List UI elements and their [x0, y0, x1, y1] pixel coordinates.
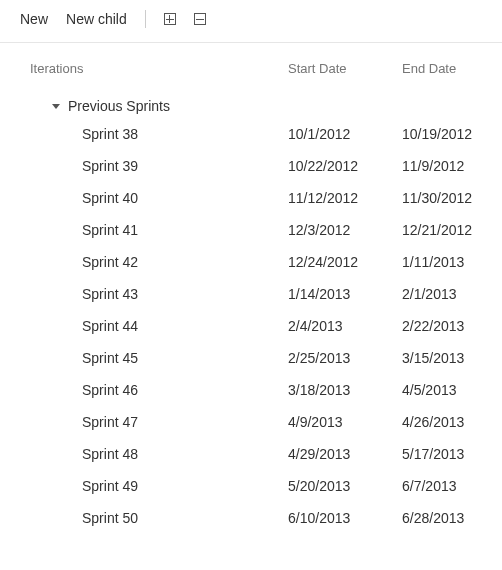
collapse-all-icon[interactable] [194, 13, 206, 25]
sprint-start-date: 10/22/2012 [288, 158, 402, 174]
table-row[interactable]: Sprint 452/25/20133/15/2013 [30, 342, 482, 374]
sprint-name: Sprint 48 [30, 446, 288, 462]
sprint-start-date: 4/9/2013 [288, 414, 402, 430]
group-label: Previous Sprints [68, 98, 170, 114]
table-row[interactable]: Sprint 484/29/20135/17/2013 [30, 438, 482, 470]
sprint-name: Sprint 49 [30, 478, 288, 494]
expand-all-icon[interactable] [164, 13, 176, 25]
table-row[interactable]: Sprint 463/18/20134/5/2013 [30, 374, 482, 406]
sprint-start-date: 12/24/2012 [288, 254, 402, 270]
table-row[interactable]: Sprint 506/10/20136/28/2013 [30, 502, 482, 534]
table-row[interactable]: Sprint 474/9/20134/26/2013 [30, 406, 482, 438]
sprint-end-date: 6/7/2013 [402, 478, 482, 494]
chevron-down-icon [52, 104, 60, 109]
sprint-rows: Sprint 3810/1/201210/19/2012Sprint 3910/… [30, 118, 482, 534]
sprint-name: Sprint 46 [30, 382, 288, 398]
sprint-start-date: 11/12/2012 [288, 190, 402, 206]
table-row[interactable]: Sprint 3910/22/201211/9/2012 [30, 150, 482, 182]
new-child-button[interactable]: New child [66, 11, 127, 27]
sprint-end-date: 1/11/2013 [402, 254, 482, 270]
sprint-name: Sprint 47 [30, 414, 288, 430]
column-iterations[interactable]: Iterations [30, 61, 288, 76]
sprint-end-date: 6/28/2013 [402, 510, 482, 526]
sprint-name: Sprint 41 [30, 222, 288, 238]
sprint-start-date: 3/18/2013 [288, 382, 402, 398]
sprint-name: Sprint 45 [30, 350, 288, 366]
iterations-table: Iterations Start Date End Date Previous … [0, 43, 502, 534]
sprint-end-date: 5/17/2013 [402, 446, 482, 462]
table-row[interactable]: Sprint 4212/24/20121/11/2013 [30, 246, 482, 278]
sprint-end-date: 3/15/2013 [402, 350, 482, 366]
sprint-end-date: 11/9/2012 [402, 158, 482, 174]
new-button[interactable]: New [20, 11, 48, 27]
sprint-name: Sprint 42 [30, 254, 288, 270]
sprint-name: Sprint 44 [30, 318, 288, 334]
group-previous-sprints[interactable]: Previous Sprints [30, 92, 482, 118]
table-row[interactable]: Sprint 431/14/20132/1/2013 [30, 278, 482, 310]
column-end-date[interactable]: End Date [402, 61, 482, 76]
table-header: Iterations Start Date End Date [30, 61, 482, 92]
toolbar: New New child [0, 0, 502, 43]
sprint-name: Sprint 39 [30, 158, 288, 174]
sprint-start-date: 12/3/2012 [288, 222, 402, 238]
toolbar-separator [145, 10, 146, 28]
sprint-start-date: 6/10/2013 [288, 510, 402, 526]
sprint-start-date: 5/20/2013 [288, 478, 402, 494]
sprint-end-date: 11/30/2012 [402, 190, 482, 206]
sprint-name: Sprint 43 [30, 286, 288, 302]
table-row[interactable]: Sprint 4011/12/201211/30/2012 [30, 182, 482, 214]
sprint-start-date: 2/4/2013 [288, 318, 402, 334]
sprint-end-date: 4/26/2013 [402, 414, 482, 430]
sprint-end-date: 2/1/2013 [402, 286, 482, 302]
table-row[interactable]: Sprint 495/20/20136/7/2013 [30, 470, 482, 502]
sprint-start-date: 4/29/2013 [288, 446, 402, 462]
sprint-end-date: 12/21/2012 [402, 222, 482, 238]
sprint-name: Sprint 40 [30, 190, 288, 206]
sprint-start-date: 1/14/2013 [288, 286, 402, 302]
table-row[interactable]: Sprint 3810/1/201210/19/2012 [30, 118, 482, 150]
sprint-end-date: 2/22/2013 [402, 318, 482, 334]
table-row[interactable]: Sprint 4112/3/201212/21/2012 [30, 214, 482, 246]
column-start-date[interactable]: Start Date [288, 61, 402, 76]
sprint-name: Sprint 38 [30, 126, 288, 142]
table-row[interactable]: Sprint 442/4/20132/22/2013 [30, 310, 482, 342]
sprint-start-date: 2/25/2013 [288, 350, 402, 366]
sprint-name: Sprint 50 [30, 510, 288, 526]
sprint-end-date: 4/5/2013 [402, 382, 482, 398]
sprint-start-date: 10/1/2012 [288, 126, 402, 142]
sprint-end-date: 10/19/2012 [402, 126, 482, 142]
